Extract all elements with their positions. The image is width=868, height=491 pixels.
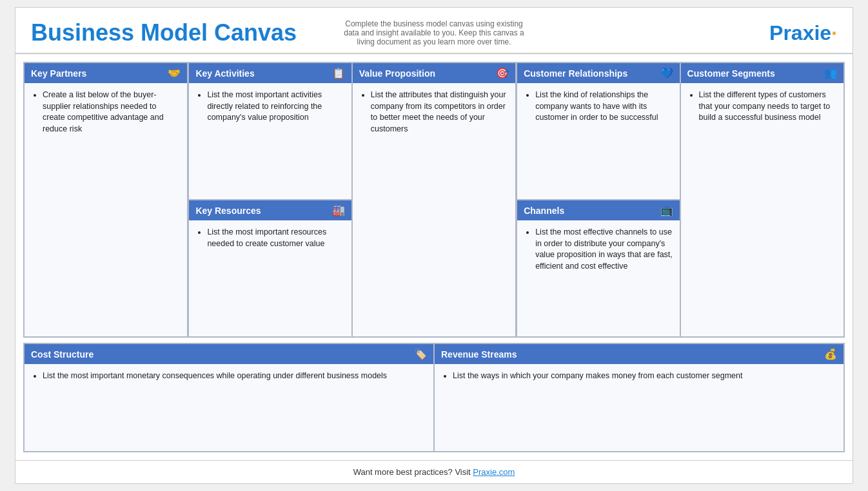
revenue-streams-content: List the ways in which your company make…: [435, 364, 843, 451]
cost-structure-item: List the most important monetary consequ…: [43, 371, 427, 382]
customer-relationships-item: List the kind of relationships the compa…: [535, 90, 673, 124]
page-wrapper: Business Model Canvas Complete the busin…: [15, 7, 853, 484]
target-icon: 🎯: [496, 67, 509, 79]
revenue-streams-item: List the ways in which your company make…: [453, 371, 837, 382]
revenue-streams-title: Revenue Streams: [441, 349, 517, 360]
key-partners-header: Key Partners 🤝: [25, 63, 187, 83]
key-partners-content: Create a list below of the buyer-supplie…: [25, 83, 187, 336]
revenue-streams-header: Revenue Streams 💰: [435, 344, 843, 364]
value-proposition-title: Value Proposition: [359, 68, 435, 79]
key-partners-cell: Key Partners 🤝 Create a list below of th…: [24, 63, 188, 337]
key-partners-title: Key Partners: [31, 68, 86, 79]
key-activities-header: Key Activities 📋: [189, 63, 351, 83]
customer-segments-item: List the different types of customers th…: [699, 90, 837, 124]
value-proposition-header: Value Proposition 🎯: [353, 63, 515, 83]
cost-structure-title: Cost Structure: [31, 349, 94, 360]
customer-segments-header: Customer Segments 👥: [681, 63, 843, 83]
logo-dot: ·: [831, 21, 837, 44]
customer-segments-title: Customer Segments: [687, 68, 775, 79]
logo-text: Praxie·: [769, 21, 837, 44]
key-activities-resources-column: Key Activities 📋 List the most important…: [188, 63, 351, 337]
key-resources-cell: Key Resources 🏭 List the most important …: [188, 200, 351, 337]
factory-icon: 🏭: [332, 204, 345, 217]
customer-segments-content: List the different types of customers th…: [681, 83, 843, 336]
key-resources-title: Key Resources: [195, 206, 261, 216]
channels-content: List the most effective channels to use …: [517, 220, 679, 336]
channels-header: Channels 📺: [517, 200, 679, 220]
value-proposition-content: List the attributes that distinguish you…: [353, 83, 515, 336]
people-icon: 👥: [824, 67, 837, 79]
customer-relationships-cell: Customer Relationships 💙 List the kind o…: [517, 63, 680, 200]
cost-structure-content: List the most important monetary consequ…: [25, 364, 433, 451]
bottom-section: Cost Structure 🏷️ List the most importan…: [23, 343, 845, 452]
cost-structure-header: Cost Structure 🏷️: [25, 344, 433, 364]
key-activities-title: Key Activities: [195, 68, 254, 79]
logo-name: Praxie: [769, 21, 831, 44]
page-title: Business Model Canvas: [31, 20, 337, 46]
customer-relationships-content: List the kind of relationships the compa…: [517, 83, 679, 199]
customer-segments-cell: Customer Segments 👥 List the different t…: [680, 63, 844, 337]
customer-relationships-header: Customer Relationships 💙: [517, 63, 679, 83]
footer: Want more best practices? Visit Praxie.c…: [15, 460, 853, 483]
tag-icon: 🏷️: [414, 348, 427, 360]
key-activities-content: List the most important activities direc…: [189, 83, 351, 199]
channels-title: Channels: [524, 206, 564, 216]
heart-icon: 💙: [660, 67, 673, 79]
top-section: Key Partners 🤝 Create a list below of th…: [23, 62, 845, 338]
value-proposition-cell: Value Proposition 🎯 List the attributes …: [352, 63, 516, 337]
header: Business Model Canvas Complete the busin…: [15, 8, 853, 54]
key-partners-item: Create a list below of the buyer-supplie…: [43, 90, 181, 135]
channels-cell: Channels 📺 List the most effective chann…: [517, 200, 680, 337]
footer-text: Want more best practices? Visit: [353, 467, 473, 477]
header-logo: Praxie·: [531, 21, 837, 45]
footer-link[interactable]: Praxie.com: [473, 467, 515, 477]
customer-relationships-title: Customer Relationships: [524, 68, 627, 79]
tv-icon: 📺: [660, 204, 673, 217]
key-activities-cell: Key Activities 📋 List the most important…: [188, 63, 351, 200]
key-resources-item: List the most important resources needed…: [207, 227, 344, 249]
key-activities-item: List the most important activities direc…: [207, 90, 344, 124]
channels-item: List the most effective channels to use …: [535, 227, 673, 272]
revenue-streams-cell: Revenue Streams 💰 List the ways in which…: [434, 343, 844, 452]
customer-rel-channels-column: Customer Relationships 💙 List the kind o…: [516, 63, 680, 337]
canvas-body: Key Partners 🤝 Create a list below of th…: [15, 54, 853, 460]
header-subtitle: Complete the business model canvas using…: [337, 19, 531, 46]
cost-structure-cell: Cost Structure 🏷️ List the most importan…: [24, 343, 434, 452]
value-proposition-item: List the attributes that distinguish you…: [371, 90, 509, 135]
money-icon: 💰: [824, 348, 837, 360]
clipboard-icon: 📋: [332, 67, 345, 79]
key-resources-content: List the most important resources needed…: [189, 220, 351, 336]
header-left: Business Model Canvas: [31, 20, 337, 46]
key-resources-header: Key Resources 🏭: [189, 200, 351, 220]
handshake-icon: 🤝: [168, 67, 181, 79]
